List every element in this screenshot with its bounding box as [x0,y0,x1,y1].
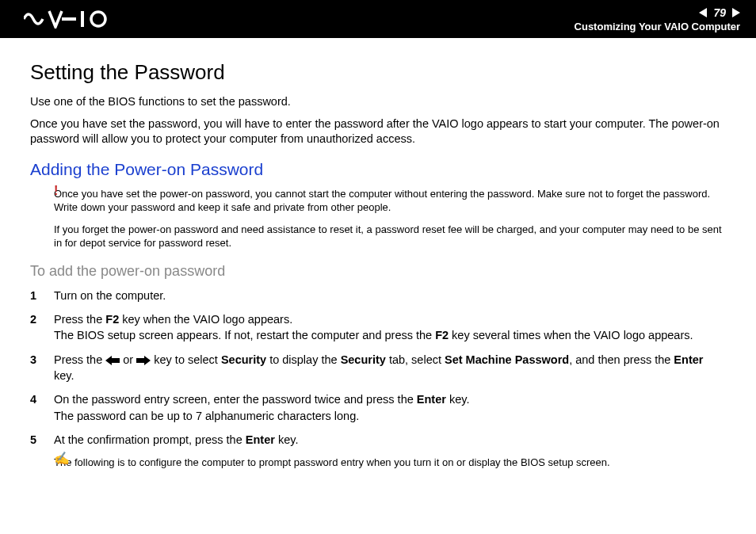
right-arrow-key-icon [136,356,151,365]
step-5: At the confirmation prompt, press the En… [30,432,726,448]
note-icon: ✍ [54,451,70,466]
page-navigation: 79 [575,6,740,19]
left-arrow-key-icon [105,356,120,365]
svg-rect-0 [62,17,76,21]
page-header: 79 Customizing Your VAIO Computer [0,0,756,38]
svg-rect-1 [81,11,84,27]
warning-text-1: Once you have set the power-on password,… [54,187,726,215]
note-text: The following is to configure the comput… [54,456,726,470]
page-content: Setting the Password Use one of the BIOS… [0,38,756,494]
step-3: Press the or key to select Security to d… [30,352,726,384]
warning-text-2: If you forget the power-on password and … [54,223,726,250]
intro-block: Use one of the BIOS functions to set the… [30,94,726,147]
vaio-logo [24,10,111,29]
next-page-arrow-icon[interactable] [732,8,740,17]
warning-icon: ! [54,184,58,198]
step-1: Turn on the computer. [30,288,726,303]
section-title: Customizing Your VAIO Computer [575,21,740,32]
warning-block: ! Once you have set the power-on passwor… [30,187,726,250]
step-4: On the password entry screen, enter the … [30,391,726,424]
prev-page-arrow-icon[interactable] [699,8,707,17]
subheading: Adding the Power-on Password [30,160,726,179]
page-number: 79 [710,6,729,19]
intro-text-2: Once you have set the password, you will… [30,116,726,147]
step-2: Press the F2 key when the VAIO logo appe… [30,311,726,344]
procedure-title: To add the power-on password [30,263,726,280]
intro-text-1: Use one of the BIOS functions to set the… [30,94,726,110]
header-right: 79 Customizing Your VAIO Computer [575,6,740,32]
note-block: ✍ The following is to configure the comp… [30,456,726,470]
steps-list: Turn on the computer. Press the F2 key w… [30,288,726,448]
page-title: Setting the Password [30,60,726,85]
svg-point-2 [91,12,105,26]
